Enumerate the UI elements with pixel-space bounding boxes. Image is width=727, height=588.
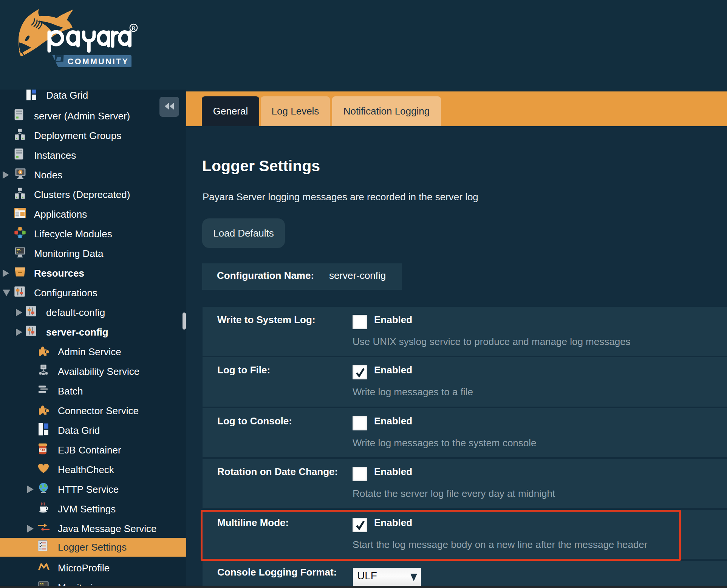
svg-text:R: R: [132, 25, 136, 31]
svg-text:COMMUNITY: COMMUNITY: [68, 57, 129, 66]
svg-text:JAR: JAR: [40, 449, 46, 452]
